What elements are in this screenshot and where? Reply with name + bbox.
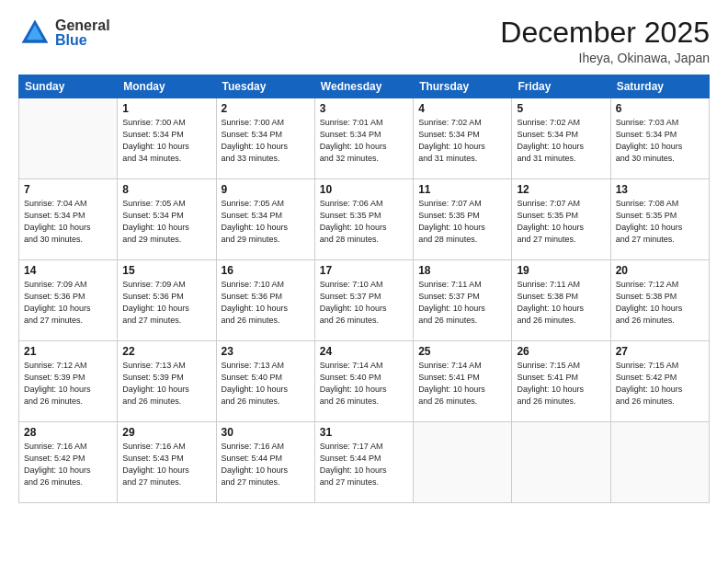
table-row: 30Sunrise: 7:16 AMSunset: 5:44 PMDayligh… xyxy=(216,422,314,503)
day-info: Sunrise: 7:16 AMSunset: 5:42 PMDaylight:… xyxy=(24,441,112,488)
table-row: 5Sunrise: 7:02 AMSunset: 5:34 PMDaylight… xyxy=(512,98,610,179)
table-row: 10Sunrise: 7:06 AMSunset: 5:35 PMDayligh… xyxy=(314,179,413,260)
logo-blue-text: Blue xyxy=(55,33,110,48)
month-title: December 2025 xyxy=(500,17,710,49)
day-number: 13 xyxy=(616,183,704,196)
day-info: Sunrise: 7:12 AMSunset: 5:38 PMDaylight:… xyxy=(616,279,704,327)
day-info: Sunrise: 7:16 AMSunset: 5:43 PMDaylight:… xyxy=(122,441,210,488)
day-info: Sunrise: 7:04 AMSunset: 5:34 PMDaylight:… xyxy=(24,198,112,246)
day-info: Sunrise: 7:14 AMSunset: 5:41 PMDaylight:… xyxy=(418,360,506,408)
calendar-week-row: 14Sunrise: 7:09 AMSunset: 5:36 PMDayligh… xyxy=(19,260,710,341)
table-row xyxy=(512,422,610,503)
table-row: 20Sunrise: 7:12 AMSunset: 5:38 PMDayligh… xyxy=(610,260,709,341)
day-number: 17 xyxy=(320,264,408,277)
table-row: 21Sunrise: 7:12 AMSunset: 5:39 PMDayligh… xyxy=(19,341,118,422)
day-number: 1 xyxy=(122,102,210,115)
day-info: Sunrise: 7:05 AMSunset: 5:34 PMDaylight:… xyxy=(122,198,210,246)
day-info: Sunrise: 7:14 AMSunset: 5:40 PMDaylight:… xyxy=(320,360,408,408)
day-info: Sunrise: 7:11 AMSunset: 5:37 PMDaylight:… xyxy=(418,279,506,327)
calendar-week-row: 7Sunrise: 7:04 AMSunset: 5:34 PMDaylight… xyxy=(19,179,710,260)
table-row: 24Sunrise: 7:14 AMSunset: 5:40 PMDayligh… xyxy=(314,341,413,422)
day-number: 19 xyxy=(517,264,605,277)
table-row: 18Sunrise: 7:11 AMSunset: 5:37 PMDayligh… xyxy=(414,260,512,341)
day-number: 30 xyxy=(222,426,310,439)
table-row: 17Sunrise: 7:10 AMSunset: 5:37 PMDayligh… xyxy=(314,260,413,341)
day-number: 29 xyxy=(122,426,210,439)
day-info: Sunrise: 7:06 AMSunset: 5:35 PMDaylight:… xyxy=(320,198,408,246)
day-info: Sunrise: 7:17 AMSunset: 5:44 PMDaylight:… xyxy=(320,441,408,488)
day-info: Sunrise: 7:05 AMSunset: 5:34 PMDaylight:… xyxy=(222,198,310,246)
day-number: 23 xyxy=(222,345,310,358)
table-row: 25Sunrise: 7:14 AMSunset: 5:41 PMDayligh… xyxy=(414,341,512,422)
day-number: 14 xyxy=(24,264,112,277)
day-info: Sunrise: 7:15 AMSunset: 5:41 PMDaylight:… xyxy=(517,360,605,408)
col-wednesday: Wednesday xyxy=(314,75,413,98)
day-number: 11 xyxy=(418,183,506,196)
title-block: December 2025 Iheya, Okinawa, Japan xyxy=(500,17,710,65)
table-row: 3Sunrise: 7:01 AMSunset: 5:34 PMDaylight… xyxy=(314,98,413,179)
calendar-header-row: Sunday Monday Tuesday Wednesday Thursday… xyxy=(19,75,710,98)
day-number: 8 xyxy=(122,183,210,196)
logo: General Blue xyxy=(18,17,110,50)
logo-icon xyxy=(18,17,51,50)
day-info: Sunrise: 7:09 AMSunset: 5:36 PMDaylight:… xyxy=(122,279,210,327)
calendar-week-row: 1Sunrise: 7:00 AMSunset: 5:34 PMDaylight… xyxy=(19,98,710,179)
day-info: Sunrise: 7:11 AMSunset: 5:38 PMDaylight:… xyxy=(517,279,605,327)
day-number: 2 xyxy=(222,102,310,115)
table-row: 19Sunrise: 7:11 AMSunset: 5:38 PMDayligh… xyxy=(512,260,610,341)
day-info: Sunrise: 7:02 AMSunset: 5:34 PMDaylight:… xyxy=(418,117,506,165)
day-number: 7 xyxy=(24,183,112,196)
day-number: 5 xyxy=(517,102,605,115)
col-tuesday: Tuesday xyxy=(216,75,314,98)
logo-general-text: General xyxy=(55,18,110,33)
day-info: Sunrise: 7:03 AMSunset: 5:34 PMDaylight:… xyxy=(616,117,704,165)
table-row: 9Sunrise: 7:05 AMSunset: 5:34 PMDaylight… xyxy=(216,179,314,260)
table-row: 15Sunrise: 7:09 AMSunset: 5:36 PMDayligh… xyxy=(118,260,216,341)
table-row: 14Sunrise: 7:09 AMSunset: 5:36 PMDayligh… xyxy=(19,260,118,341)
day-number: 16 xyxy=(222,264,310,277)
day-number: 9 xyxy=(222,183,310,196)
day-info: Sunrise: 7:02 AMSunset: 5:34 PMDaylight:… xyxy=(517,117,605,165)
calendar-week-row: 28Sunrise: 7:16 AMSunset: 5:42 PMDayligh… xyxy=(19,422,710,503)
header: General Blue December 2025 Iheya, Okinaw… xyxy=(18,17,710,65)
day-info: Sunrise: 7:10 AMSunset: 5:36 PMDaylight:… xyxy=(222,279,310,327)
day-number: 15 xyxy=(122,264,210,277)
table-row: 16Sunrise: 7:10 AMSunset: 5:36 PMDayligh… xyxy=(216,260,314,341)
day-info: Sunrise: 7:13 AMSunset: 5:39 PMDaylight:… xyxy=(122,360,210,408)
table-row: 31Sunrise: 7:17 AMSunset: 5:44 PMDayligh… xyxy=(314,422,413,503)
day-info: Sunrise: 7:09 AMSunset: 5:36 PMDaylight:… xyxy=(24,279,112,327)
table-row: 28Sunrise: 7:16 AMSunset: 5:42 PMDayligh… xyxy=(19,422,118,503)
col-sunday: Sunday xyxy=(19,75,118,98)
table-row: 1Sunrise: 7:00 AMSunset: 5:34 PMDaylight… xyxy=(118,98,216,179)
col-saturday: Saturday xyxy=(610,75,709,98)
day-number: 12 xyxy=(517,183,605,196)
day-number: 10 xyxy=(320,183,408,196)
col-thursday: Thursday xyxy=(414,75,512,98)
day-number: 20 xyxy=(616,264,704,277)
day-info: Sunrise: 7:01 AMSunset: 5:34 PMDaylight:… xyxy=(320,117,408,165)
col-monday: Monday xyxy=(118,75,216,98)
table-row xyxy=(19,98,118,179)
calendar-week-row: 21Sunrise: 7:12 AMSunset: 5:39 PMDayligh… xyxy=(19,341,710,422)
day-number: 24 xyxy=(320,345,408,358)
day-info: Sunrise: 7:07 AMSunset: 5:35 PMDaylight:… xyxy=(418,198,506,246)
table-row: 4Sunrise: 7:02 AMSunset: 5:34 PMDaylight… xyxy=(414,98,512,179)
table-row: 6Sunrise: 7:03 AMSunset: 5:34 PMDaylight… xyxy=(610,98,709,179)
day-info: Sunrise: 7:12 AMSunset: 5:39 PMDaylight:… xyxy=(24,360,112,408)
table-row: 13Sunrise: 7:08 AMSunset: 5:35 PMDayligh… xyxy=(610,179,709,260)
col-friday: Friday xyxy=(512,75,610,98)
table-row: 7Sunrise: 7:04 AMSunset: 5:34 PMDaylight… xyxy=(19,179,118,260)
table-row: 22Sunrise: 7:13 AMSunset: 5:39 PMDayligh… xyxy=(118,341,216,422)
day-number: 26 xyxy=(517,345,605,358)
table-row: 27Sunrise: 7:15 AMSunset: 5:42 PMDayligh… xyxy=(610,341,709,422)
day-info: Sunrise: 7:08 AMSunset: 5:35 PMDaylight:… xyxy=(616,198,704,246)
day-info: Sunrise: 7:16 AMSunset: 5:44 PMDaylight:… xyxy=(222,441,310,488)
calendar: Sunday Monday Tuesday Wednesday Thursday… xyxy=(18,75,710,503)
day-info: Sunrise: 7:07 AMSunset: 5:35 PMDaylight:… xyxy=(517,198,605,246)
table-row: 2Sunrise: 7:00 AMSunset: 5:34 PMDaylight… xyxy=(216,98,314,179)
day-number: 4 xyxy=(418,102,506,115)
day-number: 3 xyxy=(320,102,408,115)
day-number: 6 xyxy=(616,102,704,115)
day-info: Sunrise: 7:13 AMSunset: 5:40 PMDaylight:… xyxy=(222,360,310,408)
page: General Blue December 2025 Iheya, Okinaw… xyxy=(0,0,728,563)
